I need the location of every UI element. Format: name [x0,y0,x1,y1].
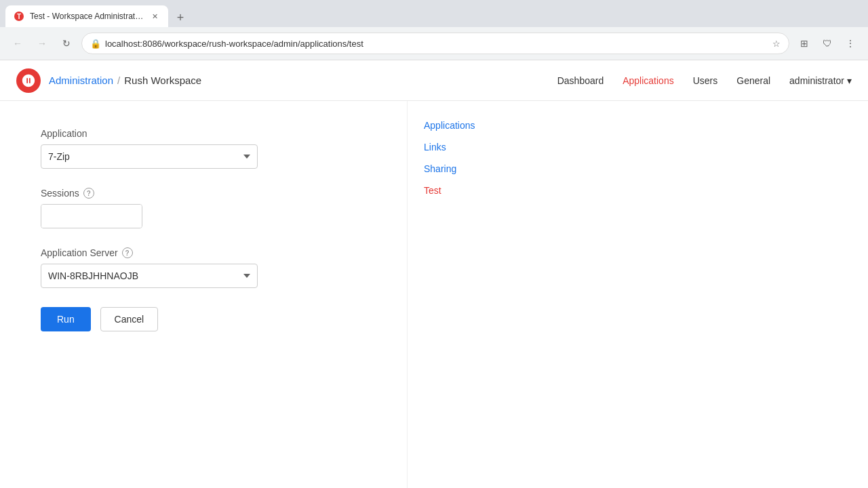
sidebar-item-applications[interactable]: Applications [424,115,526,136]
tab-favicon: T [14,11,24,22]
app-server-field-group: Application Server ? WIN-8RBJHHNAOJB [41,247,366,288]
tab-bar: T Test - Workspace Administratio... ✕ + [0,0,868,27]
nav-admin-dropdown[interactable]: administrator ▾ [789,75,852,86]
browser-chrome: T Test - Workspace Administratio... ✕ + … [0,0,868,60]
breadcrumb-admin-link[interactable]: Administration [49,75,113,86]
run-button[interactable]: Run [41,307,91,331]
breadcrumb-separator: / [117,75,120,86]
form-actions: Run Cancel [41,307,366,331]
url-text: localhost:8086/workspace/rush-workspace/… [105,39,768,49]
toolbar-right: ⊞ 🛡 ⋮ [795,34,860,53]
cancel-button[interactable]: Cancel [100,307,159,331]
new-tab-button[interactable]: + [171,8,190,27]
browser-tab[interactable]: T Test - Workspace Administratio... ✕ [5,5,168,27]
security-icon: 🔒 [90,39,101,49]
shield-icon[interactable]: 🛡 [818,34,837,53]
application-field-group: Application 7-Zip [41,128,366,169]
app-logo[interactable] [16,68,41,93]
breadcrumb-workspace: Rush Workspace [124,75,201,86]
bookmark-icon[interactable]: ☆ [772,39,781,49]
application-label: Application [41,128,366,139]
app-server-label: Application Server ? [41,247,366,258]
extensions-icon[interactable]: ⊞ [795,34,814,53]
browser-toolbar: ← → ↻ 🔒 localhost:8086/workspace/rush-wo… [0,27,868,60]
app-server-select[interactable]: WIN-8RBJHHNAOJB [41,264,258,288]
sidebar: Applications Links Sharing Test [407,101,542,488]
main-layout: Application 7-Zip Sessions ? ▲ ▼ [0,101,868,488]
nav-general[interactable]: General [736,75,770,86]
sessions-help-icon[interactable]: ? [83,188,94,199]
forward-button[interactable]: → [33,34,52,53]
breadcrumb: Administration / Rush Workspace [49,75,201,86]
reload-button[interactable]: ↻ [57,34,76,53]
admin-user-label: administrator [789,75,844,86]
main-content: Application 7-Zip Sessions ? ▲ ▼ [0,101,407,488]
sessions-field-group: Sessions ? ▲ ▼ [41,188,366,228]
sidebar-item-links[interactable]: Links [424,136,526,158]
sidebar-item-sharing[interactable]: Sharing [424,158,526,180]
sessions-input[interactable] [41,205,142,228]
nav-users[interactable]: Users [693,75,718,86]
chevron-down-icon: ▾ [847,75,852,86]
tab-close-button[interactable]: ✕ [149,11,160,22]
svg-text:T: T [17,13,21,20]
sidebar-item-test[interactable]: Test [424,180,526,201]
application-select[interactable]: 7-Zip [41,144,258,169]
sessions-label: Sessions ? [41,188,366,199]
nav-applications[interactable]: Applications [623,75,674,86]
back-button[interactable]: ← [8,34,27,53]
app-server-help-icon[interactable]: ? [122,247,133,258]
app-header: Administration / Rush Workspace Dashboar… [0,60,868,101]
nav-dashboard[interactable]: Dashboard [557,75,604,86]
tab-title: Test - Workspace Administratio... [30,12,144,21]
header-left: Administration / Rush Workspace [16,68,201,93]
address-bar[interactable]: 🔒 localhost:8086/workspace/rush-workspac… [81,33,789,54]
menu-icon[interactable]: ⋮ [841,34,860,53]
sessions-input-wrapper: ▲ ▼ [41,204,142,228]
header-nav: Dashboard Applications Users General adm… [557,75,852,86]
